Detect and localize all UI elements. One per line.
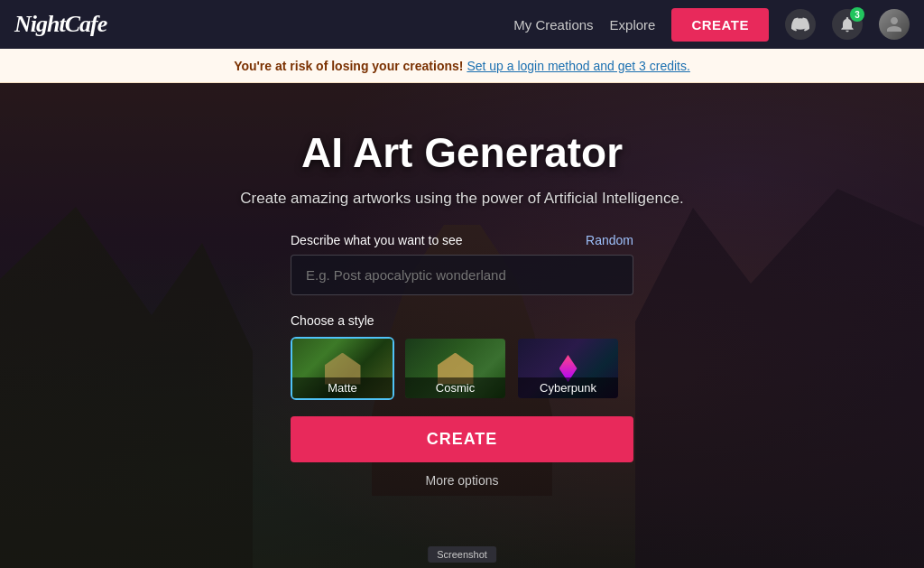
cyberpunk-label: Cyberpunk — [518, 377, 618, 398]
hero-subtitle: Create amazing artworks using the power … — [240, 190, 683, 208]
alert-link[interactable]: Set up a login method and get 3 credits. — [467, 59, 690, 73]
notifications-button[interactable]: 3 — [832, 9, 863, 40]
avatar-button[interactable] — [879, 9, 910, 40]
alert-banner: You're at risk of losing your creations!… — [0, 49, 924, 83]
hero-section: AI Art Generator Create amazing artworks… — [0, 83, 924, 568]
creation-form: Describe what you want to see Random Cho… — [291, 233, 633, 488]
style-card-cosmic[interactable]: Cosmic — [403, 337, 507, 400]
user-icon — [885, 15, 903, 33]
describe-label-row: Describe what you want to see Random — [291, 233, 633, 247]
random-link[interactable]: Random — [586, 233, 633, 247]
navbar: NightCafe My Creations Explore CREATE 3 — [0, 0, 924, 49]
nav-my-creations[interactable]: My Creations — [513, 17, 593, 33]
avatar-image — [879, 9, 910, 40]
logo[interactable]: NightCafe — [14, 11, 106, 38]
prompt-input[interactable] — [291, 255, 633, 295]
more-options-link[interactable]: More options — [291, 473, 633, 488]
nav-explore[interactable]: Explore — [610, 17, 656, 33]
hero-content: AI Art Generator Create amazing artworks… — [0, 128, 924, 488]
style-card-cyberpunk[interactable]: Cyberpunk — [516, 337, 620, 400]
create-button[interactable]: CREATE — [291, 416, 633, 462]
matte-label: Matte — [292, 377, 393, 398]
style-grid: Matte Cosmic Cyberpunk — [291, 337, 633, 400]
cosmic-label: Cosmic — [405, 377, 505, 398]
discord-icon-button[interactable] — [785, 9, 816, 40]
describe-label: Describe what you want to see — [291, 233, 463, 247]
screenshot-badge: Screenshot — [428, 546, 496, 563]
notification-badge: 3 — [850, 7, 864, 22]
choose-style-label: Choose a style — [291, 313, 633, 328]
discord-icon — [791, 15, 809, 33]
nav-create-button[interactable]: CREATE — [671, 8, 769, 42]
style-card-matte[interactable]: Matte — [291, 337, 394, 400]
hero-title: AI Art Generator — [301, 128, 623, 177]
alert-text: You're at risk of losing your creations! — [234, 59, 463, 73]
nav-right: My Creations Explore CREATE 3 — [513, 8, 910, 42]
